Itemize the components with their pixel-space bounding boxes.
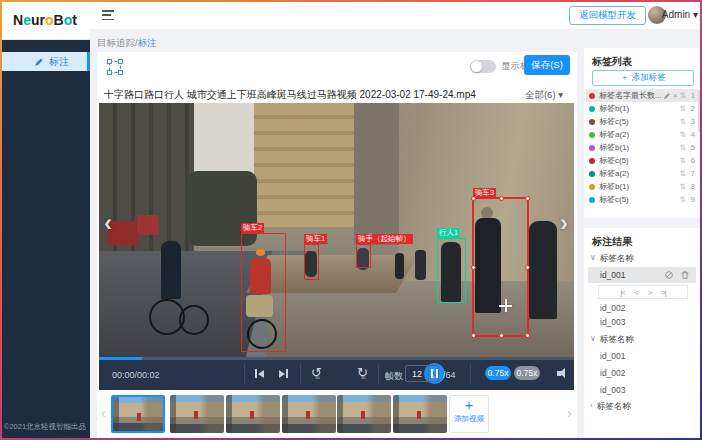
label-color-dot <box>589 93 595 99</box>
frames-label: 帧数 <box>385 370 403 383</box>
user-menu[interactable]: Admin ▾ <box>662 9 698 20</box>
next-frame-button[interactable] <box>279 369 288 378</box>
caret-right-icon: › <box>590 401 593 413</box>
frame-total: /64 <box>443 370 456 380</box>
progress-bar[interactable] <box>99 357 574 360</box>
video-thumbnail[interactable] <box>393 395 447 433</box>
rect-annotation-tool-button[interactable] <box>106 58 124 76</box>
logo-letter: ur <box>31 12 45 28</box>
sort-icon[interactable]: ⇅ <box>680 156 686 165</box>
label-list-item[interactable]: 标签b(1) ⇅8 <box>586 180 698 193</box>
add-label-button[interactable]: ＋ 添加标签 <box>592 70 694 86</box>
forward-10-button[interactable]: ↻10 <box>357 366 368 380</box>
video-canvas[interactable]: 骑车2 骑车1 骑手（起始帧） 行人1 骑车3 <box>99 103 574 357</box>
scrollbar[interactable] <box>698 90 701 132</box>
add-video-button[interactable]: + 添加视频 <box>449 395 489 433</box>
delete-icon[interactable] <box>680 270 690 280</box>
first-page-icon[interactable]: |< <box>620 288 624 297</box>
spinner-up-icon[interactable]: ▴ <box>429 366 438 374</box>
video-thumbnail[interactable] <box>111 395 165 433</box>
chevron-down-icon: ▾ <box>558 89 563 100</box>
bbox-pedestrian1[interactable]: 行人1 <box>437 238 466 303</box>
sort-icon[interactable]: ⇅ <box>680 182 686 191</box>
scene-building-mid <box>354 103 402 245</box>
speed-pill-secondary[interactable]: 0.75x <box>514 366 540 380</box>
resize-handle[interactable] <box>471 196 476 201</box>
logo-letter: t <box>72 12 77 28</box>
playback-controls: 00:00/00:02 ↺10 ↻10 帧数 ▴ ▾ /64 0.75x 0.7… <box>99 357 574 390</box>
resize-handle[interactable] <box>471 333 476 338</box>
label-list-item[interactable]: 标签a(2) ⇅4 <box>586 128 698 141</box>
rewind-10-button[interactable]: ↺10 <box>311 366 322 380</box>
edit-icon[interactable] <box>663 92 671 100</box>
video-thumbnail[interactable] <box>337 395 391 433</box>
resize-handle[interactable] <box>525 265 530 270</box>
result-item-selected[interactable]: id_001 <box>588 267 696 283</box>
video-thumbnail[interactable] <box>226 395 280 433</box>
resize-handle[interactable] <box>499 333 504 338</box>
app-window: NeuroBot 标注 ©2021北京轻视智能出品 返回模型开发 Admin ▾… <box>0 0 702 440</box>
filter-dropdown[interactable]: 全部(6) ▾ <box>525 89 563 102</box>
next-page-icon[interactable]: > <box>648 288 651 297</box>
resize-handle[interactable] <box>525 333 530 338</box>
label-list-item[interactable]: 标签b(1) ⇅2 <box>586 102 698 115</box>
strip-next-chevron[interactable]: › <box>567 405 572 421</box>
label-color-dot <box>589 119 595 125</box>
last-page-icon[interactable]: >| <box>661 288 665 297</box>
sidebar-item-annotate[interactable]: 标注 <box>0 52 90 71</box>
prev-page-icon[interactable]: < <box>635 288 638 297</box>
label-list-item[interactable]: 标签名字最长数... × ⇅ 1 <box>586 89 698 102</box>
result-group[interactable]: ∨ 标签名称 <box>590 334 634 346</box>
frame-number-input[interactable] <box>406 366 428 381</box>
sort-icon[interactable]: ⇅ <box>680 117 686 126</box>
caret-down-icon: ∨ <box>590 334 596 346</box>
result-item[interactable]: id_002 <box>600 303 626 313</box>
result-item[interactable]: id_002 <box>600 368 626 378</box>
label-list-item[interactable]: 标签c(5) ⇅9 <box>586 193 698 206</box>
delete-icon[interactable]: × <box>673 92 678 100</box>
selected-indicator <box>87 52 90 71</box>
video-prev-chevron[interactable]: ‹ <box>104 211 112 235</box>
sidebar: NeuroBot 标注 ©2021北京轻视智能出品 <box>0 0 90 440</box>
label-list-item[interactable]: 标签c(5) ⇅3 <box>586 115 698 128</box>
scene-pedestrian <box>529 221 557 319</box>
spinner-down-icon[interactable]: ▾ <box>429 374 438 382</box>
bbox-cyclist3-selected[interactable]: 骑车3 <box>472 197 529 337</box>
sort-icon[interactable]: ⇅ <box>680 91 686 100</box>
video-thumbnail[interactable] <box>170 395 224 433</box>
show-annotation-toggle[interactable] <box>470 60 496 73</box>
result-item[interactable]: id_001 <box>600 351 626 361</box>
back-to-model-dev-button[interactable]: 返回模型开发 <box>569 6 646 25</box>
label-color-dot <box>589 184 595 190</box>
bbox-cyclist2[interactable]: 骑车2 <box>241 233 286 352</box>
speed-pill-active[interactable]: 0.75x <box>485 366 511 380</box>
sort-icon[interactable]: ⇅ <box>680 130 686 139</box>
prev-frame-button[interactable] <box>255 369 264 378</box>
scene-wheel <box>179 305 209 335</box>
bbox-rider-startframe[interactable]: 骑手（起始帧） <box>356 244 371 268</box>
result-group-collapsed[interactable]: › 标签名称 <box>590 401 631 413</box>
breadcrumb-parent[interactable]: 目标追踪 <box>97 37 135 48</box>
strip-prev-chevron[interactable]: ‹ <box>101 405 106 421</box>
sort-icon[interactable]: ⇅ <box>680 169 686 178</box>
resize-handle[interactable] <box>471 265 476 270</box>
result-group[interactable]: ∨ 标签名称 <box>590 253 634 265</box>
result-item[interactable]: id_003 <box>600 385 626 395</box>
filmstrip: ‹ + 添加视频 › <box>97 393 577 438</box>
video-next-chevron[interactable]: › <box>560 211 568 235</box>
result-item[interactable]: id_003 <box>600 317 626 327</box>
scene-cyclist <box>161 241 181 299</box>
bbox-cyclist1[interactable]: 骑车1 <box>304 244 319 280</box>
label-list-item[interactable]: 标签b(1) ⇅5 <box>586 141 698 154</box>
resize-handle[interactable] <box>499 196 504 201</box>
sort-icon[interactable]: ⇅ <box>680 104 686 113</box>
resize-handle[interactable] <box>525 196 530 201</box>
collapse-menu-icon[interactable] <box>102 10 114 20</box>
save-button[interactable]: 保存(S) <box>524 55 570 75</box>
sort-icon[interactable]: ⇅ <box>680 143 686 152</box>
label-list-item[interactable]: 标签a(2) ⇅7 <box>586 167 698 180</box>
video-thumbnail[interactable] <box>282 395 336 433</box>
label-list-item[interactable]: 标签c(5) ⇅6 <box>586 154 698 167</box>
hide-icon[interactable] <box>664 270 674 280</box>
sort-icon[interactable]: ⇅ <box>680 195 686 204</box>
